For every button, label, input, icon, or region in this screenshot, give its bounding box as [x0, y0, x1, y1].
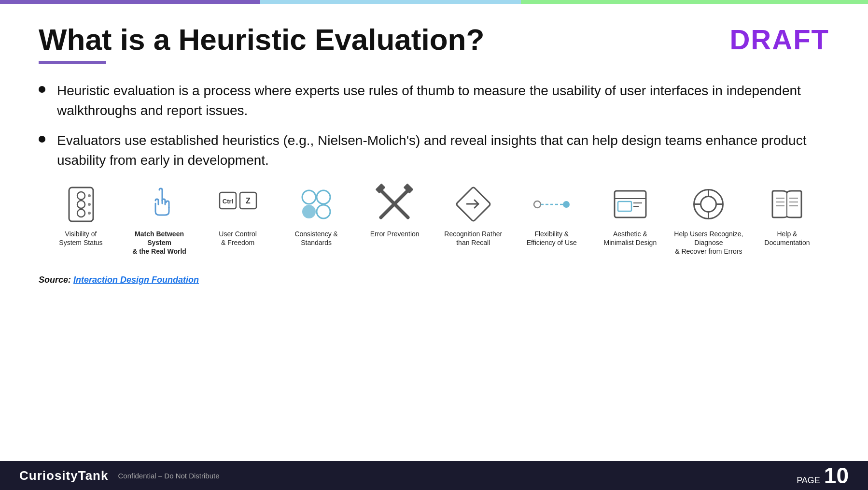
heuristic-aesthetic: Aesthetic &Minimalist Design — [593, 185, 668, 247]
top-color-bar — [0, 0, 868, 4]
heuristic-recognition: Recognition Ratherthan Recall — [436, 185, 511, 247]
svg-point-3 — [77, 209, 85, 217]
heuristic-match: Match Between System& the Real World — [122, 185, 197, 256]
bullet-dot-1 — [39, 86, 45, 93]
svg-text:Z: Z — [246, 197, 251, 205]
bullet-text-2: Evaluators use established heuristics (e… — [57, 131, 829, 170]
svg-point-1 — [77, 192, 85, 200]
title-row: What is a Heuristic Evaluation? DRAFT — [39, 23, 829, 56]
visibility-icon — [62, 185, 100, 224]
heuristic-label-visibility: Visibility ofSystem Status — [59, 230, 102, 247]
bullet-text-1: Heuristic evaluation is a process where … — [57, 81, 829, 120]
svg-rect-23 — [615, 191, 646, 217]
svg-point-6 — [88, 212, 91, 215]
control-icon: Ctrl Z — [219, 185, 257, 224]
svg-rect-25 — [618, 202, 631, 211]
footer-bar: Curio·sityTank Confidential – Do Not Dis… — [0, 461, 868, 490]
page-title: What is a Heuristic Evaluation? — [39, 23, 484, 56]
svg-text:Ctrl: Ctrl — [222, 198, 233, 205]
match-icon — [140, 185, 179, 224]
heuristic-label-control: User Control& Freedom — [219, 230, 257, 247]
page-label: PAGE — [797, 476, 820, 486]
bullet-item-2: Evaluators use established heuristics (e… — [39, 131, 829, 170]
heuristic-control: Ctrl Z User Control& Freedom — [200, 185, 275, 247]
svg-point-5 — [88, 203, 91, 206]
heuristic-visibility: Visibility ofSystem Status — [43, 185, 118, 247]
draft-label: DRAFT — [729, 23, 829, 56]
heuristic-error: Error Prevention — [357, 185, 432, 238]
page-info: PAGE 10 — [797, 462, 849, 489]
help-recognize-icon — [689, 185, 728, 224]
svg-point-4 — [88, 194, 91, 197]
heuristic-label-recognition: Recognition Ratherthan Recall — [444, 230, 502, 247]
heuristic-documentation: Help &Documentation — [750, 185, 825, 247]
bullet-item-1: Heuristic evaluation is a process where … — [39, 81, 829, 120]
flexibility-icon — [532, 185, 571, 224]
svg-point-11 — [302, 190, 316, 204]
source-link[interactable]: Interaction Design Foundation — [73, 275, 199, 285]
documentation-icon — [768, 185, 806, 224]
error-prevention-icon — [376, 185, 414, 224]
source-line: Source: Interaction Design Foundation — [39, 275, 829, 285]
page-number: 10 — [824, 462, 849, 489]
confidential-text: Confidential – Do Not Distribute — [118, 472, 219, 480]
svg-point-14 — [317, 205, 330, 218]
source-prefix: Source: — [39, 275, 73, 285]
bullet-dot-2 — [39, 136, 45, 143]
heuristic-label-help-recognize: Help Users Recognize, Diagnose& Recover … — [671, 230, 746, 256]
aesthetic-icon — [611, 185, 649, 224]
heuristic-label-match: Match Between System& the Real World — [122, 230, 197, 256]
heuristic-label-consistency: Consistency & Standards — [279, 230, 354, 247]
main-content: What is a Heuristic Evaluation? DRAFT He… — [0, 4, 868, 295]
bullet-section: Heuristic evaluation is a process where … — [39, 81, 829, 170]
svg-point-12 — [317, 190, 330, 204]
svg-point-29 — [701, 197, 716, 212]
svg-point-2 — [77, 201, 85, 208]
consistency-icon — [297, 185, 336, 224]
heuristic-label-error: Error Prevention — [370, 230, 420, 238]
heuristic-label-aesthetic: Aesthetic &Minimalist Design — [603, 230, 657, 247]
heuristic-label-documentation: Help &Documentation — [764, 230, 810, 247]
heuristic-help-recognize: Help Users Recognize, Diagnose& Recover … — [671, 185, 746, 256]
recognition-icon — [454, 185, 492, 224]
logo: Curio·sityTank — [19, 468, 108, 483]
heuristic-label-flexibility: Flexibility &Efficiency of Use — [527, 230, 577, 247]
heuristics-row: Visibility ofSystem Status — [39, 185, 829, 256]
svg-point-20 — [534, 201, 541, 208]
logo-section: Curio·sityTank Confidential – Do Not Dis… — [19, 468, 220, 483]
heuristic-flexibility: Flexibility &Efficiency of Use — [514, 185, 589, 247]
svg-point-13 — [302, 205, 316, 218]
heuristic-consistency: Consistency & Standards — [279, 185, 354, 247]
svg-point-22 — [563, 201, 570, 208]
title-underline — [39, 61, 106, 64]
